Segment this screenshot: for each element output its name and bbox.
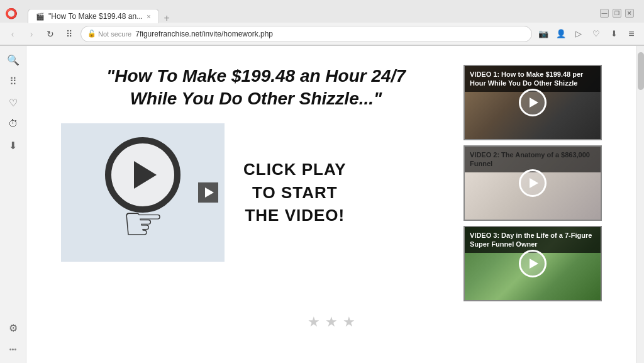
scrollbar-thumb[interactable] [638, 52, 644, 90]
thumb-play-button-1[interactable] [519, 89, 547, 116]
forward-button[interactable]: › [24, 26, 39, 42]
play-triangle-icon [134, 161, 157, 189]
video-thumbnail-3[interactable]: VIDEO 3: Day in the Life of a 7-Figure S… [464, 226, 602, 301]
browser-chrome: ⭕ 🎬 "How To Make $199.48 an... × + — ❐ ✕… [0, 0, 644, 46]
download-button[interactable]: ⬇ [606, 26, 621, 42]
tab-bar: 🎬 "How To Make $199.48 an... × + [23, 3, 180, 23]
close-button[interactable]: ✕ [625, 9, 634, 18]
active-tab[interactable]: 🎬 "How To Make $199.48 an... × [28, 9, 159, 23]
video-area: ☞ CLICK PLAY TO START THE VIDEO! [61, 123, 451, 262]
sidebar-more-button[interactable]: ••• [4, 340, 22, 358]
page-headline: "How To Make $199.48 an Hour 24/7 While … [106, 65, 406, 111]
left-section: "How To Make $199.48 an Hour 24/7 While … [61, 65, 451, 262]
new-tab-button[interactable]: + [159, 13, 175, 23]
mini-play-triangle [205, 187, 214, 198]
sidebar-history-button[interactable]: ⏱ [4, 115, 22, 133]
sidebar-search-button[interactable]: 🔍 [4, 51, 22, 69]
nav-action-buttons: 📷 👤 ▷ ♡ ⬇ ≡ [536, 26, 639, 42]
tab-close-button[interactable]: × [147, 13, 150, 20]
star-3: ★ [343, 314, 355, 330]
stars-rating: ★ ★ ★ [308, 314, 355, 330]
thumb-play-button-2[interactable] [519, 169, 547, 197]
video3-title: VIDEO 3: Day in the Life of a 7-Figure S… [465, 227, 601, 253]
window-controls: — ❐ ✕ [600, 9, 634, 18]
play-circle [105, 137, 180, 213]
sidebar-apps-button[interactable]: ⠿ [4, 72, 22, 90]
security-indicator: 🔓 Not secure [87, 30, 131, 38]
hand-play-graphic: ☞ [105, 137, 180, 247]
video-thumbnail-2[interactable]: VIDEO 2: The Anatomy of a $863,000 Funne… [464, 145, 602, 221]
refresh-button[interactable]: ↻ [43, 26, 58, 42]
sidebar-settings-button[interactable]: ⚙ [4, 319, 22, 337]
video-player[interactable]: ☞ [61, 123, 225, 262]
heart-button[interactable]: ♡ [589, 26, 604, 42]
apps-button[interactable]: ⠿ [62, 26, 77, 42]
page-inner: "How To Make $199.48 an Hour 24/7 While … [48, 46, 614, 343]
scrollbar[interactable] [636, 46, 644, 363]
thumb3-play-triangle [530, 259, 538, 269]
thumb2-play-triangle [530, 178, 538, 188]
star-1: ★ [308, 314, 320, 330]
profile-button[interactable]: 👤 [553, 26, 569, 42]
thumb1-play-triangle [530, 98, 538, 108]
sidebar-download-button[interactable]: ⬇ [4, 137, 22, 154]
browser-logo: ⭕ [5, 8, 18, 20]
click-play-line1: CLICK PLAY [243, 158, 347, 181]
right-section: VIDEO 1: How to Make $199.48 per Hour Wh… [464, 65, 602, 301]
url-display: 7figurefranchise.net/invite/homework.php [135, 30, 525, 38]
click-play-line2: TO START [252, 181, 338, 204]
video-thumbnail-1[interactable]: VIDEO 1: How to Make $199.48 per Hour Wh… [464, 65, 602, 140]
thumb-play-button-3[interactable] [519, 250, 547, 277]
camera-button[interactable]: 📷 [536, 26, 551, 42]
secure-label: Not secure [98, 30, 131, 38]
main-layout: "How To Make $199.48 an Hour 24/7 While … [61, 65, 602, 301]
star-2: ★ [325, 314, 338, 330]
click-play-line3: THE VIDEO! [245, 204, 345, 226]
restore-button[interactable]: ❐ [613, 9, 621, 18]
back-button[interactable]: ‹ [5, 26, 20, 42]
cast-button[interactable]: ▷ [571, 26, 586, 42]
address-bar[interactable]: 🔓 Not secure 7figurefranchise.net/invite… [80, 26, 532, 42]
mini-play-button[interactable] [198, 182, 218, 203]
video1-title: VIDEO 1: How to Make $199.48 per Hour Wh… [465, 66, 601, 92]
headline-line1: "How To Make $199.48 an Hour 24/7 [106, 65, 406, 87]
headline-line2: While You Do Other Shizzle..." [106, 87, 406, 110]
browser-sidebar: 🔍 ⠿ ♡ ⏱ ⬇ ⚙ ••• [0, 46, 26, 363]
minimize-button[interactable]: — [600, 9, 609, 18]
sidebar-heart-button[interactable]: ♡ [4, 94, 22, 111]
click-play-text: CLICK PLAY TO START THE VIDEO! [243, 158, 347, 226]
menu-button[interactable]: ≡ [624, 26, 639, 42]
browser-body: 🔍 ⠿ ♡ ⏱ ⬇ ⚙ ••• "How To Make $199.48 an … [0, 46, 644, 363]
page-content: "How To Make $199.48 an Hour 24/7 While … [26, 46, 636, 363]
title-bar: ⭕ 🎬 "How To Make $199.48 an... × + — ❐ ✕ [0, 0, 644, 23]
video2-title: VIDEO 2: The Anatomy of a $863,000 Funne… [465, 147, 601, 172]
tab-title: "How To Make $199.48 an... [48, 12, 143, 21]
tab-favicon: 🎬 [36, 13, 45, 21]
lock-icon: 🔓 [87, 30, 96, 38]
navigation-bar: ‹ › ↻ ⠿ 🔓 Not secure 7figurefranchise.ne… [0, 23, 644, 45]
